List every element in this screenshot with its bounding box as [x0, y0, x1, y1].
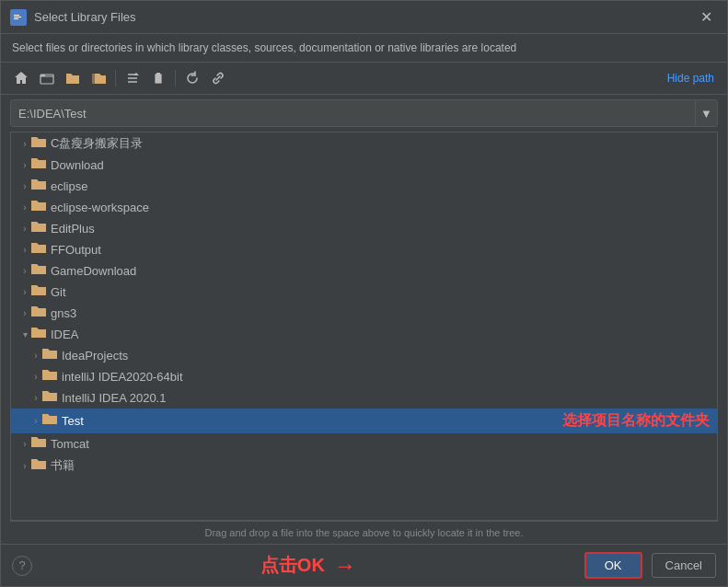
- tree-item-ffoutput[interactable]: ›FFOutput: [11, 239, 717, 260]
- chevron-icon: ›: [18, 439, 31, 449]
- folder2-button[interactable]: [87, 67, 110, 89]
- folder-icon: [31, 284, 46, 300]
- chevron-icon: ›: [29, 393, 42, 403]
- ok-annotation: 点击OK: [260, 553, 325, 578]
- svg-rect-2: [14, 17, 21, 17]
- selected-annotation: 选择项目名称的文件夹: [562, 411, 710, 431]
- chevron-icon: ›: [18, 461, 31, 471]
- tree-item-git[interactable]: ›Git: [11, 282, 717, 303]
- toolbar-separator: [115, 70, 116, 86]
- chevron-icon: ›: [18, 181, 31, 191]
- app-icon: [10, 9, 27, 26]
- delete-button[interactable]: [147, 67, 169, 89]
- tree-item-gamedownload[interactable]: ›GameDownload: [11, 260, 717, 282]
- tree-item-label: gns3: [51, 306, 710, 320]
- chevron-icon: ›: [18, 287, 31, 297]
- folder-icon: [31, 242, 46, 258]
- tree-item-books[interactable]: ›书籍: [11, 455, 717, 477]
- chevron-icon: ›: [18, 139, 31, 149]
- dialog-subtitle: Select files or directories in which lib…: [1, 34, 727, 63]
- tree-item-label: 书籍: [51, 457, 710, 474]
- tree-item-label: eclipse-workspace: [51, 201, 710, 214]
- chevron-icon: ▾: [18, 329, 31, 340]
- collapse-button[interactable]: [121, 67, 144, 89]
- path-input[interactable]: [11, 102, 695, 125]
- tree-item-eclipse[interactable]: ›eclipse: [11, 176, 717, 197]
- svg-rect-5: [40, 75, 45, 76]
- tree-item-ideaprojects[interactable]: ›IdeaProjects: [11, 345, 717, 366]
- folder-icon: [31, 200, 46, 215]
- file-tree[interactable]: ›C盘瘦身搬家目录›Download›eclipse›eclipse-works…: [10, 132, 718, 521]
- dialog-title: Select Library Files: [34, 10, 688, 24]
- tree-item-intellij2020[interactable]: ›IntelliJ IDEA 2020.1: [11, 387, 717, 409]
- chevron-icon: ›: [29, 351, 42, 361]
- toolbar: Hide path: [1, 63, 727, 95]
- home-button[interactable]: [10, 67, 32, 89]
- new-folder-button[interactable]: [36, 67, 58, 89]
- folder-icon: [31, 305, 46, 321]
- tree-item-label: eclipse: [51, 179, 710, 193]
- chevron-icon: ›: [18, 160, 31, 170]
- drag-hint: Drag and drop a file into the space abov…: [10, 521, 718, 544]
- bottom-bar: ? 点击OK → OK Cancel: [1, 544, 727, 586]
- tree-item-editplus[interactable]: ›EditPlus: [11, 218, 717, 239]
- folder-icon: [31, 136, 46, 152]
- tree-item-label: C盘瘦身搬家目录: [51, 135, 710, 152]
- chevron-icon: ›: [29, 372, 42, 382]
- folder-icon: [42, 390, 57, 406]
- chevron-icon: ›: [18, 266, 31, 276]
- folder-icon: [31, 327, 46, 342]
- folder-icon: [42, 348, 57, 363]
- folder-icon: [31, 458, 46, 474]
- tree-item-label: GameDownload: [51, 264, 710, 278]
- dialog: Select Library Files ✕ Select files or d…: [0, 0, 728, 587]
- tree-item-label: intelliJ IDEA2020-64bit: [62, 370, 710, 384]
- tree-item-test[interactable]: ›Test选择项目名称的文件夹: [11, 409, 717, 433]
- svg-rect-1: [14, 15, 19, 16]
- tree-item-label: Tomcat: [51, 437, 710, 451]
- path-bar: ▼: [10, 99, 718, 127]
- chevron-icon: ›: [18, 245, 31, 255]
- link-button[interactable]: [207, 67, 229, 89]
- path-dropdown-button[interactable]: ▼: [695, 100, 717, 126]
- tree-item-tomcat[interactable]: ›Tomcat: [11, 433, 717, 455]
- svg-rect-3: [14, 18, 18, 19]
- hide-path-button[interactable]: Hide path: [664, 70, 718, 86]
- chevron-icon: ›: [18, 202, 31, 213]
- tree-item-label: IDEA: [51, 328, 710, 341]
- tree-item-label: Test: [62, 414, 544, 428]
- tree-item-download[interactable]: ›Download: [11, 155, 717, 176]
- folder-icon: [42, 369, 57, 385]
- tree-item-intellij64[interactable]: ›intelliJ IDEA2020-64bit: [11, 366, 717, 387]
- tree-item-label: EditPlus: [51, 222, 710, 236]
- toolbar-separator2: [175, 70, 176, 86]
- refresh-button[interactable]: [181, 67, 203, 89]
- chevron-icon: ›: [29, 416, 42, 426]
- tree-item-idea[interactable]: ▾IDEA: [11, 324, 717, 345]
- tree-item-gns3[interactable]: ›gns3: [11, 303, 717, 324]
- chevron-icon: ›: [18, 224, 31, 234]
- folder-button[interactable]: [62, 67, 84, 89]
- cancel-button[interactable]: Cancel: [652, 553, 716, 578]
- tree-item-eclipse-workspace[interactable]: ›eclipse-workspace: [11, 197, 717, 218]
- ok-arrow: →: [334, 553, 356, 579]
- close-button[interactable]: ✕: [695, 6, 718, 28]
- tree-item-label: FFOutput: [51, 243, 710, 257]
- folder-icon: [31, 263, 46, 279]
- tree-item-label: IdeaProjects: [62, 349, 710, 363]
- folder-icon: [42, 413, 57, 429]
- tree-item-label: Download: [51, 158, 710, 172]
- folder-icon: [31, 157, 46, 173]
- chevron-icon: ›: [18, 308, 31, 318]
- folder-icon: [31, 436, 46, 452]
- tree-item-c-disk[interactable]: ›C盘瘦身搬家目录: [11, 132, 717, 155]
- ok-button[interactable]: OK: [584, 552, 642, 579]
- folder-icon: [31, 178, 46, 194]
- folder-icon: [31, 221, 46, 236]
- tree-item-label: IntelliJ IDEA 2020.1: [62, 391, 710, 405]
- tree-item-label: Git: [51, 285, 710, 299]
- help-button[interactable]: ?: [12, 556, 32, 576]
- title-bar: Select Library Files ✕: [1, 1, 727, 34]
